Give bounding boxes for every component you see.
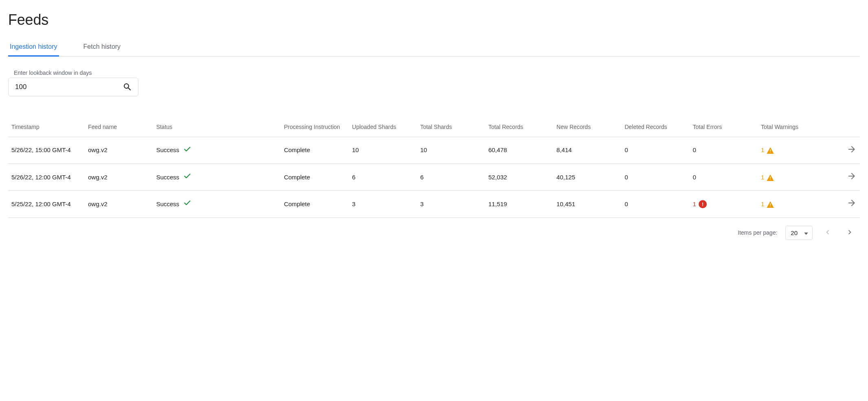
tab-ingestion-history[interactable]: Ingestion history (8, 38, 59, 56)
svg-rect-4 (770, 203, 771, 205)
row-detail-arrow[interactable] (826, 191, 860, 218)
cell-new-records: 10,451 (553, 191, 621, 218)
cell-total-shards: 3 (417, 191, 485, 218)
warning-icon (767, 147, 774, 154)
lookback-input[interactable] (14, 83, 123, 92)
cell-status: Success (153, 191, 281, 218)
error-badge-icon: ! (699, 200, 707, 208)
cell-timestamp: 5/26/22, 15:00 GMT-4 (8, 137, 85, 163)
warning-count: 1 (761, 146, 764, 153)
cell-processing-instruction: Complete (281, 191, 349, 218)
check-icon (183, 172, 191, 182)
warning-count: 1 (761, 174, 764, 181)
check-icon (183, 145, 191, 155)
cell-feed-name: owg.v2 (85, 191, 153, 218)
cell-total-warnings: 1 (758, 164, 826, 191)
items-per-page-select[interactable]: 20 (785, 226, 813, 240)
cell-total-errors: 0 (690, 137, 758, 163)
warning-icon (767, 201, 774, 208)
column-header: Total Warnings (758, 119, 826, 137)
cell-new-records: 8,414 (553, 137, 621, 163)
tabs: Ingestion historyFetch history (8, 38, 860, 57)
cell-feed-name: owg.v2 (85, 164, 153, 191)
column-header-actions (826, 119, 860, 137)
table-row: 5/25/22, 12:00 GMT-4owg.v2SuccessComplet… (8, 191, 860, 218)
cell-total-records: 52,032 (485, 164, 553, 191)
svg-rect-2 (770, 177, 771, 179)
svg-rect-1 (770, 152, 771, 153)
column-header: Total Records (485, 119, 553, 137)
items-per-page-value: 20 (791, 229, 798, 236)
arrow-right-icon (847, 148, 857, 155)
column-header: Timestamp (8, 119, 85, 137)
column-header: Processing Instruction (281, 119, 349, 137)
svg-rect-0 (770, 150, 771, 152)
cell-total-records: 11,519 (485, 191, 553, 218)
svg-rect-3 (770, 179, 771, 179)
cell-deleted-records: 0 (621, 137, 689, 163)
cell-processing-instruction: Complete (281, 164, 349, 191)
cell-total-errors: 0 (690, 164, 758, 191)
column-header: Total Shards (417, 119, 485, 137)
row-detail-arrow[interactable] (826, 137, 860, 163)
dropdown-caret-icon (804, 229, 808, 236)
cell-processing-instruction: Complete (281, 137, 349, 163)
cell-uploaded-shards: 3 (349, 191, 417, 218)
cell-new-records: 40,125 (553, 164, 621, 191)
column-header: Feed name (85, 119, 153, 137)
pagination: Items per page: 20 (8, 218, 860, 244)
column-header: Total Errors (690, 119, 758, 137)
table-row: 5/26/22, 12:00 GMT-4owg.v2SuccessComplet… (8, 164, 860, 191)
cell-total-warnings: 1 (758, 191, 826, 218)
cell-deleted-records: 0 (621, 191, 689, 218)
cell-timestamp: 5/26/22, 12:00 GMT-4 (8, 164, 85, 191)
row-detail-arrow[interactable] (826, 164, 860, 191)
cell-timestamp: 5/25/22, 12:00 GMT-4 (8, 191, 85, 218)
page-title: Feeds (8, 11, 860, 28)
cell-uploaded-shards: 10 (349, 137, 417, 163)
cell-total-shards: 10 (417, 137, 485, 163)
warning-icon (767, 174, 774, 181)
status-text: Success (156, 173, 180, 181)
status-text: Success (156, 146, 180, 154)
column-header: Status (153, 119, 281, 137)
cell-total-records: 60,478 (485, 137, 553, 163)
cell-status: Success (153, 137, 281, 163)
status-text: Success (156, 200, 180, 208)
cell-total-errors: 1! (690, 191, 758, 218)
warning-count: 1 (761, 200, 764, 207)
cell-deleted-records: 0 (621, 164, 689, 191)
prev-page-button[interactable] (821, 225, 835, 240)
items-per-page-label: Items per page: (738, 229, 777, 236)
tab-fetch-history[interactable]: Fetch history (82, 38, 123, 56)
search-icon[interactable] (123, 82, 132, 92)
ingestion-table: TimestampFeed nameStatusProcessing Instr… (8, 119, 860, 218)
error-count: 1 (693, 200, 696, 207)
svg-rect-5 (770, 206, 771, 207)
cell-status: Success (153, 164, 281, 191)
arrow-right-icon (847, 202, 857, 209)
lookback-input-container (8, 78, 138, 96)
column-header: New Records (553, 119, 621, 137)
table-row: 5/26/22, 15:00 GMT-4owg.v2SuccessComplet… (8, 137, 860, 163)
cell-total-shards: 6 (417, 164, 485, 191)
cell-total-warnings: 1 (758, 137, 826, 163)
column-header: Deleted Records (621, 119, 689, 137)
arrow-right-icon (847, 175, 857, 182)
check-icon (183, 199, 191, 209)
column-header: Uploaded Shards (349, 119, 417, 137)
cell-uploaded-shards: 6 (349, 164, 417, 191)
next-page-button[interactable] (843, 225, 857, 240)
cell-feed-name: owg.v2 (85, 137, 153, 163)
lookback-label: Enter lookback window in days (14, 70, 860, 76)
